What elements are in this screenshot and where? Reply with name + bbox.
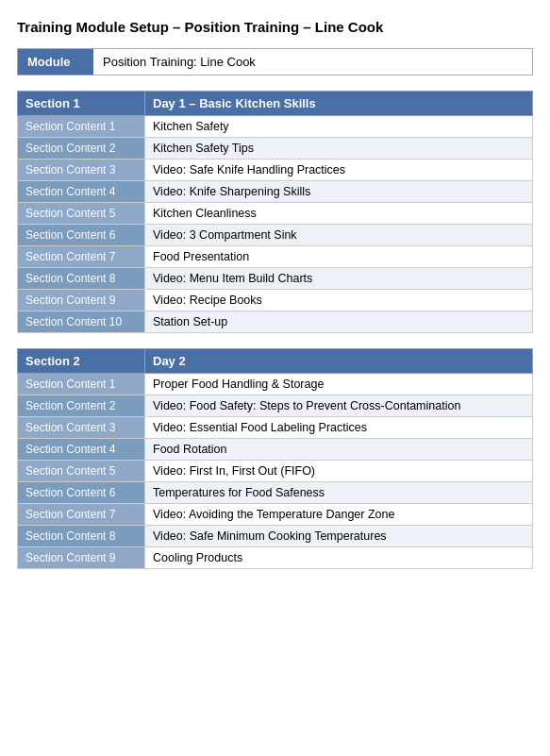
table-row: Section Content 3Video: Safe Knife Handl… <box>18 160 533 181</box>
section-1-content-3-label: Section Content 3 <box>18 160 145 181</box>
section-2-content-2-label: Section Content 2 <box>18 395 145 417</box>
section-2-header: Day 2 <box>145 349 533 374</box>
section-1-content-8-label: Section Content 8 <box>18 268 145 290</box>
table-row: Section Content 5Video: First In, First … <box>18 461 533 482</box>
table-row: Section Content 1Kitchen Safety <box>18 116 533 138</box>
section-2-content-9-label: Section Content 9 <box>18 547 145 569</box>
section-1-content-5-value: Kitchen Cleanliness <box>145 203 533 225</box>
table-row: Section Content 1Proper Food Handling & … <box>18 374 533 395</box>
section-2-content-1-value: Proper Food Handling & Storage <box>145 374 533 395</box>
section-2-content-6-label: Section Content 6 <box>18 482 145 504</box>
section-1-header: Day 1 – Basic Kitchen Skills <box>145 92 533 116</box>
section-1-content-1-label: Section Content 1 <box>18 116 145 138</box>
table-row: Section Content 3Video: Essential Food L… <box>18 417 533 439</box>
section-1-content-1-value: Kitchen Safety <box>145 116 533 138</box>
section-1-content-4-label: Section Content 4 <box>18 181 145 203</box>
module-value: Position Training: Line Cook <box>93 49 532 75</box>
section-table-1: Section 1Day 1 – Basic Kitchen SkillsSec… <box>17 91 533 333</box>
table-row: Section Content 4Food Rotation <box>18 439 533 461</box>
table-row: Section Content 8Video: Menu Item Build … <box>18 268 533 290</box>
table-row: Section Content 6Video: 3 Compartment Si… <box>18 225 533 246</box>
table-row: Section Content 7Food Presentation <box>18 246 533 268</box>
section-1-content-6-value: Video: 3 Compartment Sink <box>145 225 533 246</box>
section-2-content-7-label: Section Content 7 <box>18 504 145 526</box>
section-2-content-6-value: Temperatures for Food Safeness <box>145 482 533 504</box>
section-2-content-9-value: Cooling Products <box>145 547 533 569</box>
section-2-content-4-value: Food Rotation <box>145 439 533 461</box>
table-row: Section Content 8Video: Safe Minimum Coo… <box>18 526 533 547</box>
section-2-label: Section 2 <box>18 349 145 374</box>
table-row: Section Content 2Video: Food Safety: Ste… <box>18 395 533 417</box>
section-2-content-1-label: Section Content 1 <box>18 374 145 395</box>
table-row: Section Content 9Cooling Products <box>18 547 533 569</box>
table-row: Section Content 7Video: Avoiding the Tem… <box>18 504 533 526</box>
section-1-content-2-label: Section Content 2 <box>18 138 145 160</box>
table-row: Section Content 9Video: Recipe Books <box>18 290 533 311</box>
section-2-content-8-label: Section Content 8 <box>18 526 145 547</box>
section-1-label: Section 1 <box>18 92 145 116</box>
table-row: Section Content 2Kitchen Safety Tips <box>18 138 533 160</box>
page-title: Training Module Setup – Position Trainin… <box>17 19 533 35</box>
section-1-content-10-label: Section Content 10 <box>18 311 145 333</box>
section-1-content-9-value: Video: Recipe Books <box>145 290 533 311</box>
section-1-content-2-value: Kitchen Safety Tips <box>145 138 533 160</box>
section-2-content-4-label: Section Content 4 <box>18 439 145 461</box>
module-row: Module Position Training: Line Cook <box>17 48 533 76</box>
section-2-content-2-value: Video: Food Safety: Steps to Prevent Cro… <box>145 395 533 417</box>
section-1-content-7-label: Section Content 7 <box>18 246 145 268</box>
sections-container: Section 1Day 1 – Basic Kitchen SkillsSec… <box>17 91 533 569</box>
section-1-content-6-label: Section Content 6 <box>18 225 145 246</box>
section-2-content-7-value: Video: Avoiding the Temperature Danger Z… <box>145 504 533 526</box>
section-1-content-9-label: Section Content 9 <box>18 290 145 311</box>
section-2-content-3-label: Section Content 3 <box>18 417 145 439</box>
section-2-content-3-value: Video: Essential Food Labeling Practices <box>145 417 533 439</box>
section-table-2: Section 2Day 2Section Content 1Proper Fo… <box>17 348 533 569</box>
section-1-content-5-label: Section Content 5 <box>18 203 145 225</box>
table-row: Section Content 10Station Set-up <box>18 311 533 333</box>
section-1-content-3-value: Video: Safe Knife Handling Practices <box>145 160 533 181</box>
section-2-content-5-value: Video: First In, First Out (FIFO) <box>145 461 533 482</box>
section-1-content-8-value: Video: Menu Item Build Charts <box>145 268 533 290</box>
module-label: Module <box>18 49 93 75</box>
section-2-content-5-label: Section Content 5 <box>18 461 145 482</box>
section-2-content-8-value: Video: Safe Minimum Cooking Temperatures <box>145 526 533 547</box>
section-1-content-4-value: Video: Knife Sharpening Skills <box>145 181 533 203</box>
section-1-content-7-value: Food Presentation <box>145 246 533 268</box>
table-row: Section Content 5Kitchen Cleanliness <box>18 203 533 225</box>
section-1-content-10-value: Station Set-up <box>145 311 533 333</box>
table-row: Section Content 4Video: Knife Sharpening… <box>18 181 533 203</box>
table-row: Section Content 6Temperatures for Food S… <box>18 482 533 504</box>
